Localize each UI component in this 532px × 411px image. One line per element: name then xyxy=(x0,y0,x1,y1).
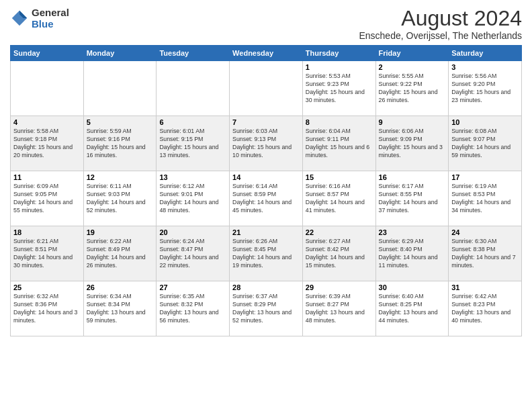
day-info: Sunrise: 6:03 AMSunset: 9:13 PMDaylight:… xyxy=(232,128,300,160)
calendar-cell: 9Sunrise: 6:06 AMSunset: 9:09 PMDaylight… xyxy=(375,116,449,171)
day-info: Sunrise: 6:34 AMSunset: 8:34 PMDaylight:… xyxy=(87,293,154,325)
calendar-cell: 5Sunrise: 5:59 AMSunset: 9:16 PMDaylight… xyxy=(83,116,157,171)
calendar-cell: 1Sunrise: 5:53 AMSunset: 9:23 PMDaylight… xyxy=(302,61,375,116)
calendar-cell: 16Sunrise: 6:17 AMSunset: 8:55 PMDayligh… xyxy=(375,171,449,226)
calendar-cell: 17Sunrise: 6:19 AMSunset: 8:53 PMDayligh… xyxy=(449,171,522,226)
day-info: Sunrise: 5:59 AMSunset: 9:16 PMDaylight:… xyxy=(87,128,154,160)
calendar-table: SundayMondayTuesdayWednesdayThursdayFrid… xyxy=(10,45,522,336)
day-number: 27 xyxy=(159,283,226,291)
weekday-header-saturday: Saturday xyxy=(449,46,522,61)
main-title: August 2024 xyxy=(359,7,522,30)
day-number: 26 xyxy=(87,283,154,291)
weekday-header-thursday: Thursday xyxy=(302,46,375,61)
calendar-cell: 26Sunrise: 6:34 AMSunset: 8:34 PMDayligh… xyxy=(83,281,157,336)
calendar-cell: 25Sunrise: 6:32 AMSunset: 8:36 PMDayligh… xyxy=(11,281,84,336)
day-number: 25 xyxy=(13,283,81,291)
day-info: Sunrise: 6:35 AMSunset: 8:32 PMDaylight:… xyxy=(159,293,226,325)
day-info: Sunrise: 6:26 AMSunset: 8:45 PMDaylight:… xyxy=(232,238,300,270)
day-info: Sunrise: 6:40 AMSunset: 8:25 PMDaylight:… xyxy=(379,293,446,325)
header: General Blue August 2024 Enschede, Overi… xyxy=(10,7,522,41)
day-info: Sunrise: 6:14 AMSunset: 8:59 PMDaylight:… xyxy=(232,183,300,215)
day-number: 3 xyxy=(451,63,519,71)
calendar-cell: 6Sunrise: 6:01 AMSunset: 9:15 PMDaylight… xyxy=(157,116,230,171)
day-info: Sunrise: 6:09 AMSunset: 9:05 PMDaylight:… xyxy=(13,183,81,215)
week-row-2: 4Sunrise: 5:58 AMSunset: 9:18 PMDaylight… xyxy=(11,116,522,171)
day-number: 9 xyxy=(379,118,446,126)
calendar-cell: 3Sunrise: 5:56 AMSunset: 9:20 PMDaylight… xyxy=(449,61,522,116)
calendar-cell xyxy=(157,61,230,116)
day-info: Sunrise: 6:39 AMSunset: 8:27 PMDaylight:… xyxy=(306,293,373,325)
calendar-cell: 14Sunrise: 6:14 AMSunset: 8:59 PMDayligh… xyxy=(230,171,303,226)
calendar-cell: 8Sunrise: 6:04 AMSunset: 9:11 PMDaylight… xyxy=(302,116,375,171)
calendar-cell: 11Sunrise: 6:09 AMSunset: 9:05 PMDayligh… xyxy=(11,171,84,226)
weekday-header-row: SundayMondayTuesdayWednesdayThursdayFrid… xyxy=(11,46,522,61)
calendar-cell: 29Sunrise: 6:39 AMSunset: 8:27 PMDayligh… xyxy=(302,281,375,336)
weekday-header-wednesday: Wednesday xyxy=(230,46,303,61)
calendar-cell: 2Sunrise: 5:55 AMSunset: 9:22 PMDaylight… xyxy=(375,61,449,116)
day-info: Sunrise: 5:55 AMSunset: 9:22 PMDaylight:… xyxy=(379,73,446,105)
day-info: Sunrise: 6:17 AMSunset: 8:55 PMDaylight:… xyxy=(379,183,446,215)
day-number: 18 xyxy=(13,228,81,236)
day-number: 2 xyxy=(379,63,446,71)
day-number: 14 xyxy=(232,173,300,181)
calendar-cell xyxy=(230,61,303,116)
calendar-cell: 19Sunrise: 6:22 AMSunset: 8:49 PMDayligh… xyxy=(83,226,157,281)
day-number: 6 xyxy=(159,118,226,126)
calendar-cell: 21Sunrise: 6:26 AMSunset: 8:45 PMDayligh… xyxy=(230,226,303,281)
weekday-header-friday: Friday xyxy=(375,46,449,61)
day-number: 1 xyxy=(306,63,373,71)
weekday-header-monday: Monday xyxy=(83,46,157,61)
calendar-cell: 31Sunrise: 6:42 AMSunset: 8:23 PMDayligh… xyxy=(449,281,522,336)
day-number: 8 xyxy=(306,118,373,126)
day-number: 20 xyxy=(159,228,226,236)
week-row-4: 18Sunrise: 6:21 AMSunset: 8:51 PMDayligh… xyxy=(11,226,522,281)
calendar-cell: 22Sunrise: 6:27 AMSunset: 8:42 PMDayligh… xyxy=(302,226,375,281)
day-info: Sunrise: 6:42 AMSunset: 8:23 PMDaylight:… xyxy=(451,293,519,325)
day-info: Sunrise: 6:11 AMSunset: 9:03 PMDaylight:… xyxy=(87,183,154,215)
subtitle: Enschede, Overijssel, The Netherlands xyxy=(359,30,522,41)
day-info: Sunrise: 6:04 AMSunset: 9:11 PMDaylight:… xyxy=(306,128,373,160)
calendar-cell xyxy=(83,61,157,116)
calendar-cell: 15Sunrise: 6:16 AMSunset: 8:57 PMDayligh… xyxy=(302,171,375,226)
calendar-cell xyxy=(11,61,84,116)
day-number: 23 xyxy=(379,228,446,236)
day-number: 13 xyxy=(159,173,226,181)
title-block: August 2024 Enschede, Overijssel, The Ne… xyxy=(359,7,522,41)
day-info: Sunrise: 6:21 AMSunset: 8:51 PMDaylight:… xyxy=(13,238,81,270)
logo-icon xyxy=(10,9,29,28)
day-number: 7 xyxy=(232,118,300,126)
day-number: 30 xyxy=(379,283,446,291)
day-number: 28 xyxy=(232,283,300,291)
day-info: Sunrise: 5:56 AMSunset: 9:20 PMDaylight:… xyxy=(451,73,519,105)
day-number: 17 xyxy=(451,173,519,181)
day-number: 31 xyxy=(451,283,519,291)
day-info: Sunrise: 6:19 AMSunset: 8:53 PMDaylight:… xyxy=(451,183,519,215)
day-number: 11 xyxy=(13,173,81,181)
day-info: Sunrise: 6:37 AMSunset: 8:29 PMDaylight:… xyxy=(232,293,300,325)
calendar-cell: 27Sunrise: 6:35 AMSunset: 8:32 PMDayligh… xyxy=(157,281,230,336)
day-info: Sunrise: 6:01 AMSunset: 9:15 PMDaylight:… xyxy=(159,128,226,160)
day-info: Sunrise: 6:16 AMSunset: 8:57 PMDaylight:… xyxy=(306,183,373,215)
day-info: Sunrise: 6:27 AMSunset: 8:42 PMDaylight:… xyxy=(306,238,373,270)
calendar-cell: 12Sunrise: 6:11 AMSunset: 9:03 PMDayligh… xyxy=(83,171,157,226)
day-number: 5 xyxy=(87,118,154,126)
calendar-cell: 10Sunrise: 6:08 AMSunset: 9:07 PMDayligh… xyxy=(449,116,522,171)
day-number: 4 xyxy=(13,118,81,126)
day-number: 10 xyxy=(451,118,519,126)
day-number: 15 xyxy=(306,173,373,181)
weekday-header-tuesday: Tuesday xyxy=(157,46,230,61)
week-row-1: 1Sunrise: 5:53 AMSunset: 9:23 PMDaylight… xyxy=(11,61,522,116)
calendar-cell: 4Sunrise: 5:58 AMSunset: 9:18 PMDaylight… xyxy=(11,116,84,171)
logo: General Blue xyxy=(10,7,69,30)
day-info: Sunrise: 6:30 AMSunset: 8:38 PMDaylight:… xyxy=(451,238,519,270)
day-info: Sunrise: 6:06 AMSunset: 9:09 PMDaylight:… xyxy=(379,128,446,160)
day-info: Sunrise: 5:58 AMSunset: 9:18 PMDaylight:… xyxy=(13,128,81,160)
day-number: 24 xyxy=(451,228,519,236)
day-info: Sunrise: 6:08 AMSunset: 9:07 PMDaylight:… xyxy=(451,128,519,160)
day-info: Sunrise: 6:32 AMSunset: 8:36 PMDaylight:… xyxy=(13,293,81,325)
page: General Blue August 2024 Enschede, Overi… xyxy=(0,0,532,411)
calendar-cell: 24Sunrise: 6:30 AMSunset: 8:38 PMDayligh… xyxy=(449,226,522,281)
day-number: 19 xyxy=(87,228,154,236)
day-info: Sunrise: 6:29 AMSunset: 8:40 PMDaylight:… xyxy=(379,238,446,270)
calendar-cell: 20Sunrise: 6:24 AMSunset: 8:47 PMDayligh… xyxy=(157,226,230,281)
